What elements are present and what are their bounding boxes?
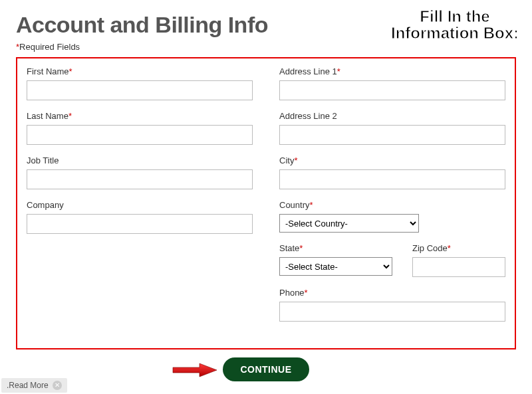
phone-field: Phone* <box>279 288 505 322</box>
page-title: Account and Billing Info <box>16 12 268 38</box>
job-title-field: Job Title <box>27 155 253 189</box>
country-select[interactable]: -Select Country- <box>279 214 419 233</box>
asterisk-icon: * <box>337 66 340 76</box>
city-field: City* <box>279 155 505 189</box>
state-label: State* <box>279 243 392 253</box>
continue-button[interactable]: CONTINUE <box>223 357 309 381</box>
first-name-label: First Name* <box>27 66 253 76</box>
address1-label: Address Line 1* <box>279 66 505 76</box>
asterisk-icon: * <box>294 155 297 165</box>
asterisk-icon: * <box>68 111 72 121</box>
address2-field: Address Line 2 <box>279 111 505 145</box>
address1-input[interactable] <box>279 80 505 100</box>
read-more-link[interactable]: Read More <box>9 381 48 390</box>
first-name-field: First Name* <box>27 66 253 100</box>
zip-input[interactable] <box>412 257 505 277</box>
zip-field: Zip Code* <box>412 243 505 277</box>
arrow-icon <box>172 362 218 381</box>
zip-label: Zip Code* <box>412 243 505 253</box>
asterisk-icon: * <box>448 243 451 253</box>
asterisk-icon: * <box>305 288 308 298</box>
asterisk-icon: * <box>69 66 72 76</box>
last-name-input[interactable] <box>27 125 253 145</box>
address2-label: Address Line 2 <box>279 111 505 121</box>
country-label: Country* <box>279 200 505 210</box>
company-field: Company <box>27 200 253 234</box>
state-select[interactable]: -Select State- <box>279 257 392 276</box>
country-field: Country* -Select Country- <box>279 200 505 233</box>
right-column: Address Line 1* Address Line 2 City* <box>279 66 505 332</box>
phone-input[interactable] <box>279 302 505 322</box>
address1-field: Address Line 1* <box>279 66 505 100</box>
phone-label: Phone* <box>279 288 505 298</box>
last-name-label: Last Name* <box>27 111 253 121</box>
read-more-bar: . Read More ✕ <box>1 378 67 393</box>
svg-marker-0 <box>173 363 217 377</box>
company-input[interactable] <box>27 214 253 234</box>
last-name-field: Last Name* <box>27 111 253 145</box>
form-highlight-box: First Name* Last Name* Job Title Company <box>16 57 516 349</box>
left-column: First Name* Last Name* Job Title Company <box>27 66 253 332</box>
city-input[interactable] <box>279 169 505 189</box>
company-label: Company <box>27 200 253 210</box>
overlay-instruction-text: Fill In the Information Box: <box>391 8 519 41</box>
asterisk-icon: * <box>310 200 313 210</box>
address2-input[interactable] <box>279 125 505 145</box>
first-name-input[interactable] <box>27 80 253 100</box>
asterisk-icon: * <box>299 243 303 253</box>
close-icon[interactable]: ✕ <box>53 381 62 390</box>
job-title-label: Job Title <box>27 155 253 165</box>
required-fields-legend: *Required Fields <box>16 42 516 52</box>
state-field: State* -Select State- <box>279 243 392 277</box>
city-label: City* <box>279 155 505 165</box>
job-title-input[interactable] <box>27 169 253 189</box>
